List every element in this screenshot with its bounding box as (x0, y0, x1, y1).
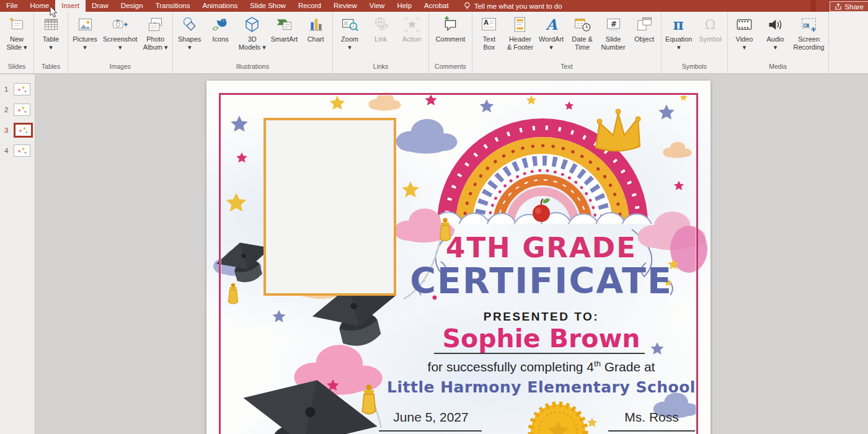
presented-to-label[interactable]: PRESENTED TO: (290, 310, 792, 324)
ribbon-button-shapes[interactable]: Shapes▾ (174, 12, 205, 51)
ribbon-button-pictures[interactable]: Pictures▾ (69, 12, 100, 51)
date-underline (379, 430, 482, 432)
new-slide-icon (8, 16, 26, 33)
audio-icon (766, 16, 784, 33)
ribbon-group-illustrations: Shapes▾Icons 3DModels ▾SmartArt Chart Il… (173, 12, 333, 73)
slide-panel-item-3[interactable]: 3 (0, 123, 35, 137)
share-button[interactable]: Share (830, 1, 868, 12)
ribbon-group-slides: NewSlide ▾Slides (0, 12, 34, 73)
chart-icon (307, 16, 325, 33)
slide-canvas: 4TH GRADE CERTIFICATE PRESENTED TO: Soph… (35, 74, 868, 434)
ribbon-group-tables: Table▾Tables (34, 12, 68, 73)
ribbon-button-action: Action (396, 12, 427, 51)
slide-number-label: 1 (4, 86, 9, 93)
slide-number-label: 3 (4, 126, 9, 134)
equation-icon (670, 16, 688, 33)
ribbon-button-smartart[interactable]: SmartArt (268, 12, 300, 51)
recipient-underline (434, 353, 645, 354)
certificate-body-text[interactable]: for successfully completing 4th Grade at (290, 359, 792, 374)
comment-icon (441, 16, 459, 33)
recipient-name[interactable]: Sophie Brown (290, 324, 792, 353)
symbol-icon (701, 16, 719, 33)
link-icon (372, 16, 390, 33)
date-field[interactable]: June 5, 2027 (381, 410, 480, 425)
ribbon-group-images: Pictures▾Screenshot▾PhotoAlbum ▾Images (68, 12, 173, 73)
ribbon-group-label-text: Text (474, 61, 660, 73)
ribbon-button-header-footer[interactable]: Header& Footer (505, 12, 536, 51)
date-time-icon (574, 16, 591, 33)
certificate-title-line1[interactable]: 4TH GRADE (290, 231, 792, 264)
ribbon-button-audio[interactable]: Audio▾ (760, 12, 791, 51)
ribbon-group-label-slides: Slides (1, 61, 32, 73)
share-label: Share (844, 3, 864, 11)
ribbon-button-slide-number[interactable]: SlideNumber (598, 12, 629, 51)
ribbon-group-media: Video▾Audio▾ScreenRecordingMedia (728, 12, 829, 73)
tab-file[interactable]: File (0, 0, 24, 12)
powerpoint-window: FileHomeInsertDrawDesignTransitionsAnima… (0, 0, 868, 434)
ribbon-group-label-tables: Tables (35, 61, 66, 73)
screen-recording-icon (800, 16, 818, 33)
signer-field[interactable]: Ms. Ross (609, 410, 694, 425)
slide-number-label: 2 (4, 106, 9, 113)
slide-number-icon (604, 16, 622, 33)
table-icon (42, 16, 60, 33)
screenshot-icon (111, 16, 129, 33)
tab-draw[interactable]: Draw (86, 0, 115, 12)
ribbon-button-comment[interactable]: Comment (433, 12, 468, 51)
text-box-icon (480, 16, 498, 33)
photo-album-icon (146, 16, 164, 33)
tab-review[interactable]: Review (327, 0, 363, 12)
ribbon-group-label-links: Links (334, 61, 427, 73)
3d-models-icon (243, 16, 261, 33)
slide-number-label: 4 (4, 147, 9, 154)
slide-thumbnail[interactable] (14, 83, 30, 95)
certificate-title-line2[interactable]: CERTIFICATE (290, 260, 792, 301)
slide-panel-item-2[interactable]: 2 (0, 103, 35, 117)
ribbon-button-new-slide[interactable]: NewSlide ▾ (1, 12, 32, 51)
ribbon-button-zoom[interactable]: Zoom▾ (334, 12, 365, 51)
ribbon-button-icons[interactable]: Icons (205, 12, 236, 51)
ribbon-button-text-box[interactable]: TextBox (474, 12, 505, 51)
school-name[interactable]: Little Harmony Elementary School (290, 378, 792, 396)
tab-acrobat[interactable]: Acrobat (418, 0, 455, 12)
ribbon-group-symbols: Equation▾Symbol Symbols (662, 12, 727, 73)
pictures-icon (76, 16, 94, 33)
tab-record[interactable]: Record (292, 0, 327, 12)
ribbon-button-equation[interactable]: Equation▾ (663, 12, 694, 51)
slide-thumbnail[interactable] (14, 144, 30, 157)
tab-insert[interactable]: Insert (55, 0, 86, 12)
header-footer-icon (511, 16, 529, 33)
tab-slide-show[interactable]: Slide Show (244, 0, 292, 12)
tellme-box[interactable]: Tell me what you want to do (455, 0, 562, 12)
slide-thumbnail[interactable] (14, 104, 30, 116)
slide-editor[interactable]: 4TH GRADE CERTIFICATE PRESENTED TO: Soph… (206, 81, 711, 434)
ribbon-button-video[interactable]: Video▾ (729, 12, 760, 51)
lightbulb-icon (464, 2, 471, 10)
smartart-icon (275, 16, 293, 33)
slide-panel-item-4[interactable]: 4 (0, 144, 35, 157)
ribbon-group-label-comments: Comments (430, 61, 471, 73)
zoom-icon (341, 16, 359, 33)
tab-transitions[interactable]: Transitions (149, 0, 197, 12)
mouse-cursor (50, 6, 59, 18)
ribbon-group-label-images: Images (69, 61, 171, 73)
ribbon-button-screen-recording[interactable]: ScreenRecording (791, 12, 827, 51)
ribbon-button-photo-album[interactable]: PhotoAlbum ▾ (140, 12, 171, 51)
ribbon-button-wordart[interactable]: WordArt▾ (536, 12, 567, 51)
video-icon (735, 16, 753, 33)
tab-animations[interactable]: Animations (196, 0, 244, 12)
ribbon-group-label-illustrations: Illustrations (174, 61, 331, 73)
ribbon-button-date-time[interactable]: Date &Time (567, 12, 598, 51)
tellme-label: Tell me what you want to do (474, 2, 562, 10)
ribbon-button-object[interactable]: Object (629, 12, 660, 51)
slide-panel-item-1[interactable]: 1 (0, 82, 35, 96)
ribbon-button-3d-models[interactable]: 3DModels ▾ (236, 12, 268, 51)
tab-help[interactable]: Help (391, 0, 418, 12)
tab-design[interactable]: Design (115, 0, 149, 12)
ribbon-button-screenshot[interactable]: Screenshot▾ (100, 12, 140, 51)
tab-view[interactable]: View (363, 0, 391, 12)
slide-thumbnail[interactable] (14, 123, 33, 138)
slide-thumbnail-panel: 1234 (0, 74, 35, 434)
ribbon-button-chart[interactable]: Chart (300, 12, 331, 51)
action-icon (403, 16, 421, 33)
